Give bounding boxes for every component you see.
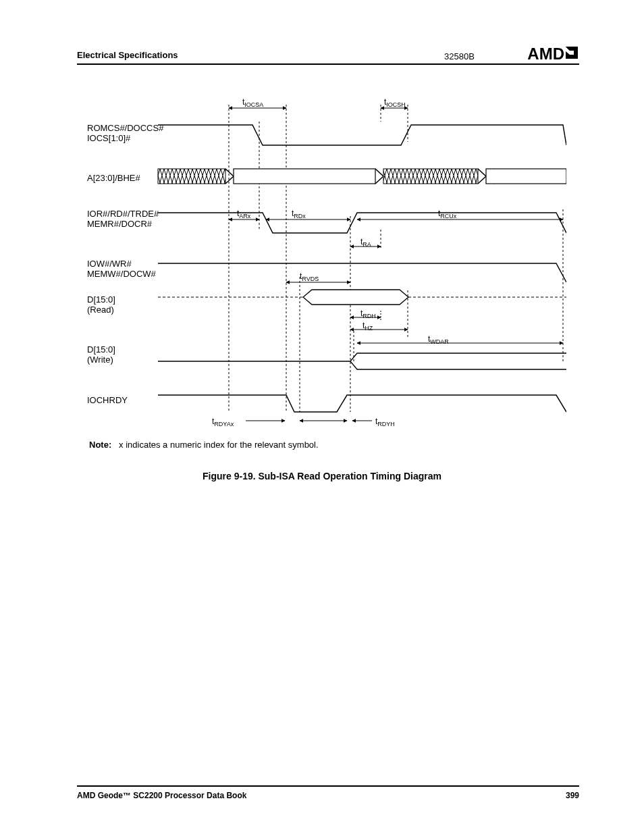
footer-title: AMD Geode™ SC2200 Processor Data Book — [77, 791, 246, 800]
amd-logo: AMD — [527, 45, 579, 63]
note-text: x indicates a numeric index for the rele… — [119, 440, 319, 450]
header-section: Electrical Specifications — [77, 50, 178, 60]
header-rule — [77, 63, 579, 65]
footer-page: 399 — [566, 791, 579, 800]
svg-rect-21 — [486, 169, 566, 184]
note: Note: x indicates a numeric index for th… — [89, 440, 319, 450]
footer-rule — [77, 785, 579, 787]
note-label: Note: — [89, 440, 111, 450]
svg-rect-18 — [158, 169, 225, 184]
timing-svg — [77, 95, 566, 425]
timing-diagram: ROMCS#/DOCCS# IOCS[1:0]# A[23:0]/BHE# IO… — [77, 95, 566, 425]
figure-caption: Figure 9-19. Sub-ISA Read Operation Timi… — [0, 471, 644, 481]
amd-logo-icon — [564, 45, 579, 64]
svg-rect-20 — [383, 169, 478, 184]
page: Electrical Specifications 32580B AMD ROM… — [0, 0, 644, 834]
header-docnum: 32580B — [444, 51, 475, 61]
amd-logo-text: AMD — [527, 45, 564, 63]
svg-rect-19 — [234, 169, 375, 184]
